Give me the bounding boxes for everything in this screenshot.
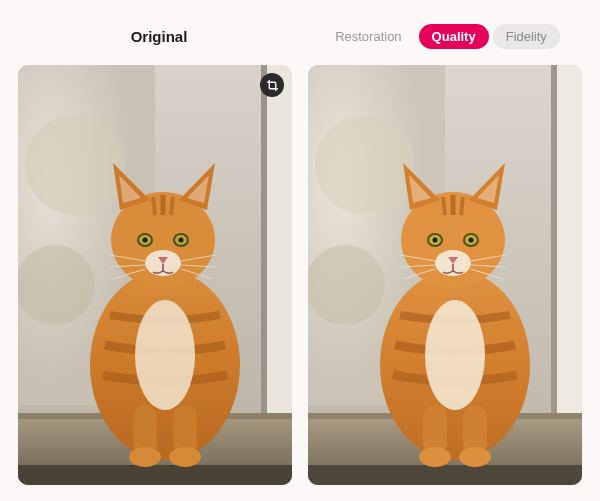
svg-point-10 bbox=[135, 300, 195, 410]
header-row: Original Restoration Quality Fidelity bbox=[18, 10, 582, 65]
svg-point-50 bbox=[469, 238, 474, 243]
tab-quality[interactable]: Quality bbox=[419, 24, 489, 49]
result-image bbox=[308, 65, 582, 485]
original-label: Original bbox=[18, 28, 300, 45]
mode-tabs: Restoration Quality Fidelity bbox=[300, 24, 582, 49]
svg-point-42 bbox=[419, 447, 451, 467]
svg-point-39 bbox=[425, 300, 485, 410]
comparison-panel: Original Restoration Quality Fidelity bbox=[0, 0, 600, 485]
tab-restoration[interactable]: Restoration bbox=[322, 24, 414, 49]
svg-point-43 bbox=[459, 447, 491, 467]
svg-point-20 bbox=[143, 238, 148, 243]
original-image-wrap bbox=[18, 65, 292, 485]
result-image-wrap bbox=[308, 65, 582, 485]
svg-point-32 bbox=[308, 245, 385, 325]
crop-icon bbox=[266, 79, 279, 92]
svg-rect-8 bbox=[18, 465, 292, 485]
svg-point-3 bbox=[18, 245, 95, 325]
image-comparison-row bbox=[18, 65, 582, 485]
tab-fidelity[interactable]: Fidelity bbox=[493, 24, 560, 49]
svg-point-2 bbox=[25, 115, 125, 215]
svg-rect-37 bbox=[308, 465, 582, 485]
svg-point-31 bbox=[315, 115, 415, 215]
crop-button[interactable] bbox=[260, 73, 284, 97]
svg-point-13 bbox=[129, 447, 161, 467]
svg-point-14 bbox=[169, 447, 201, 467]
svg-point-21 bbox=[179, 238, 184, 243]
original-image bbox=[18, 65, 292, 485]
svg-point-49 bbox=[433, 238, 438, 243]
